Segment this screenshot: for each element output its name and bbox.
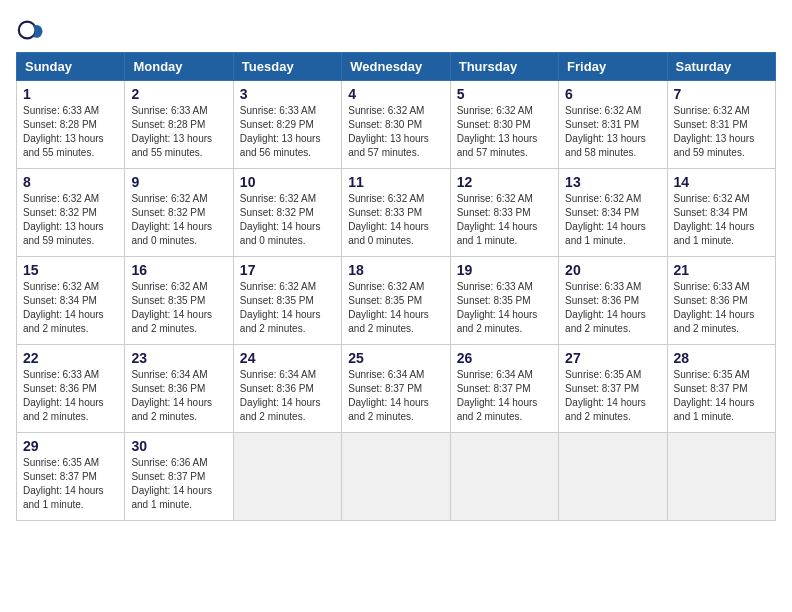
day-number-27: 27 xyxy=(565,350,660,366)
empty-cell-w5-d3 xyxy=(233,433,341,521)
day-cell-9: 9 Sunrise: 6:32 AM Sunset: 8:32 PM Dayli… xyxy=(125,169,233,257)
week-row-4: 22 Sunrise: 6:33 AM Sunset: 8:36 PM Dayl… xyxy=(17,345,776,433)
day-info-8: Sunrise: 6:32 AM Sunset: 8:32 PM Dayligh… xyxy=(23,192,118,248)
svg-point-0 xyxy=(19,22,36,39)
day-number-3: 3 xyxy=(240,86,335,102)
day-number-23: 23 xyxy=(131,350,226,366)
day-info-18: Sunrise: 6:32 AM Sunset: 8:35 PM Dayligh… xyxy=(348,280,443,336)
logo-icon xyxy=(16,16,44,44)
empty-cell-w5-d6 xyxy=(559,433,667,521)
day-number-9: 9 xyxy=(131,174,226,190)
day-number-19: 19 xyxy=(457,262,552,278)
day-info-10: Sunrise: 6:32 AM Sunset: 8:32 PM Dayligh… xyxy=(240,192,335,248)
day-cell-12: 12 Sunrise: 6:32 AM Sunset: 8:33 PM Dayl… xyxy=(450,169,558,257)
day-info-2: Sunrise: 6:33 AM Sunset: 8:28 PM Dayligh… xyxy=(131,104,226,160)
day-number-30: 30 xyxy=(131,438,226,454)
day-info-13: Sunrise: 6:32 AM Sunset: 8:34 PM Dayligh… xyxy=(565,192,660,248)
day-number-2: 2 xyxy=(131,86,226,102)
day-number-4: 4 xyxy=(348,86,443,102)
header-saturday: Saturday xyxy=(667,53,775,81)
day-cell-18: 18 Sunrise: 6:32 AM Sunset: 8:35 PM Dayl… xyxy=(342,257,450,345)
day-cell-13: 13 Sunrise: 6:32 AM Sunset: 8:34 PM Dayl… xyxy=(559,169,667,257)
calendar-table: SundayMondayTuesdayWednesdayThursdayFrid… xyxy=(16,52,776,521)
day-cell-5: 5 Sunrise: 6:32 AM Sunset: 8:30 PM Dayli… xyxy=(450,81,558,169)
day-cell-19: 19 Sunrise: 6:33 AM Sunset: 8:35 PM Dayl… xyxy=(450,257,558,345)
week-row-2: 8 Sunrise: 6:32 AM Sunset: 8:32 PM Dayli… xyxy=(17,169,776,257)
day-info-20: Sunrise: 6:33 AM Sunset: 8:36 PM Dayligh… xyxy=(565,280,660,336)
day-number-24: 24 xyxy=(240,350,335,366)
day-cell-21: 21 Sunrise: 6:33 AM Sunset: 8:36 PM Dayl… xyxy=(667,257,775,345)
page-header xyxy=(16,16,776,44)
day-number-6: 6 xyxy=(565,86,660,102)
calendar-header-row: SundayMondayTuesdayWednesdayThursdayFrid… xyxy=(17,53,776,81)
day-info-5: Sunrise: 6:32 AM Sunset: 8:30 PM Dayligh… xyxy=(457,104,552,160)
header-wednesday: Wednesday xyxy=(342,53,450,81)
day-cell-6: 6 Sunrise: 6:32 AM Sunset: 8:31 PM Dayli… xyxy=(559,81,667,169)
day-number-10: 10 xyxy=(240,174,335,190)
day-cell-30: 30 Sunrise: 6:36 AM Sunset: 8:37 PM Dayl… xyxy=(125,433,233,521)
day-number-14: 14 xyxy=(674,174,769,190)
logo xyxy=(16,16,48,44)
day-cell-7: 7 Sunrise: 6:32 AM Sunset: 8:31 PM Dayli… xyxy=(667,81,775,169)
header-monday: Monday xyxy=(125,53,233,81)
day-number-29: 29 xyxy=(23,438,118,454)
day-number-1: 1 xyxy=(23,86,118,102)
day-cell-17: 17 Sunrise: 6:32 AM Sunset: 8:35 PM Dayl… xyxy=(233,257,341,345)
day-cell-25: 25 Sunrise: 6:34 AM Sunset: 8:37 PM Dayl… xyxy=(342,345,450,433)
header-tuesday: Tuesday xyxy=(233,53,341,81)
day-cell-8: 8 Sunrise: 6:32 AM Sunset: 8:32 PM Dayli… xyxy=(17,169,125,257)
day-number-16: 16 xyxy=(131,262,226,278)
day-info-28: Sunrise: 6:35 AM Sunset: 8:37 PM Dayligh… xyxy=(674,368,769,424)
day-cell-26: 26 Sunrise: 6:34 AM Sunset: 8:37 PM Dayl… xyxy=(450,345,558,433)
day-cell-2: 2 Sunrise: 6:33 AM Sunset: 8:28 PM Dayli… xyxy=(125,81,233,169)
day-info-4: Sunrise: 6:32 AM Sunset: 8:30 PM Dayligh… xyxy=(348,104,443,160)
day-info-23: Sunrise: 6:34 AM Sunset: 8:36 PM Dayligh… xyxy=(131,368,226,424)
day-info-24: Sunrise: 6:34 AM Sunset: 8:36 PM Dayligh… xyxy=(240,368,335,424)
day-cell-1: 1 Sunrise: 6:33 AM Sunset: 8:28 PM Dayli… xyxy=(17,81,125,169)
day-number-5: 5 xyxy=(457,86,552,102)
day-cell-29: 29 Sunrise: 6:35 AM Sunset: 8:37 PM Dayl… xyxy=(17,433,125,521)
day-number-13: 13 xyxy=(565,174,660,190)
day-info-7: Sunrise: 6:32 AM Sunset: 8:31 PM Dayligh… xyxy=(674,104,769,160)
day-info-17: Sunrise: 6:32 AM Sunset: 8:35 PM Dayligh… xyxy=(240,280,335,336)
day-number-28: 28 xyxy=(674,350,769,366)
day-info-19: Sunrise: 6:33 AM Sunset: 8:35 PM Dayligh… xyxy=(457,280,552,336)
day-info-16: Sunrise: 6:32 AM Sunset: 8:35 PM Dayligh… xyxy=(131,280,226,336)
day-info-9: Sunrise: 6:32 AM Sunset: 8:32 PM Dayligh… xyxy=(131,192,226,248)
header-sunday: Sunday xyxy=(17,53,125,81)
day-cell-20: 20 Sunrise: 6:33 AM Sunset: 8:36 PM Dayl… xyxy=(559,257,667,345)
day-number-7: 7 xyxy=(674,86,769,102)
day-cell-14: 14 Sunrise: 6:32 AM Sunset: 8:34 PM Dayl… xyxy=(667,169,775,257)
day-number-20: 20 xyxy=(565,262,660,278)
empty-cell-w5-d5 xyxy=(450,433,558,521)
day-info-1: Sunrise: 6:33 AM Sunset: 8:28 PM Dayligh… xyxy=(23,104,118,160)
day-cell-15: 15 Sunrise: 6:32 AM Sunset: 8:34 PM Dayl… xyxy=(17,257,125,345)
day-cell-22: 22 Sunrise: 6:33 AM Sunset: 8:36 PM Dayl… xyxy=(17,345,125,433)
day-number-11: 11 xyxy=(348,174,443,190)
day-cell-3: 3 Sunrise: 6:33 AM Sunset: 8:29 PM Dayli… xyxy=(233,81,341,169)
day-info-12: Sunrise: 6:32 AM Sunset: 8:33 PM Dayligh… xyxy=(457,192,552,248)
day-number-25: 25 xyxy=(348,350,443,366)
header-friday: Friday xyxy=(559,53,667,81)
day-number-22: 22 xyxy=(23,350,118,366)
day-info-22: Sunrise: 6:33 AM Sunset: 8:36 PM Dayligh… xyxy=(23,368,118,424)
day-info-15: Sunrise: 6:32 AM Sunset: 8:34 PM Dayligh… xyxy=(23,280,118,336)
day-info-14: Sunrise: 6:32 AM Sunset: 8:34 PM Dayligh… xyxy=(674,192,769,248)
empty-cell-w5-d7 xyxy=(667,433,775,521)
day-info-25: Sunrise: 6:34 AM Sunset: 8:37 PM Dayligh… xyxy=(348,368,443,424)
day-info-26: Sunrise: 6:34 AM Sunset: 8:37 PM Dayligh… xyxy=(457,368,552,424)
day-cell-10: 10 Sunrise: 6:32 AM Sunset: 8:32 PM Dayl… xyxy=(233,169,341,257)
day-cell-24: 24 Sunrise: 6:34 AM Sunset: 8:36 PM Dayl… xyxy=(233,345,341,433)
day-cell-28: 28 Sunrise: 6:35 AM Sunset: 8:37 PM Dayl… xyxy=(667,345,775,433)
day-info-21: Sunrise: 6:33 AM Sunset: 8:36 PM Dayligh… xyxy=(674,280,769,336)
day-number-21: 21 xyxy=(674,262,769,278)
day-number-18: 18 xyxy=(348,262,443,278)
day-number-26: 26 xyxy=(457,350,552,366)
header-thursday: Thursday xyxy=(450,53,558,81)
day-number-8: 8 xyxy=(23,174,118,190)
day-info-3: Sunrise: 6:33 AM Sunset: 8:29 PM Dayligh… xyxy=(240,104,335,160)
day-cell-23: 23 Sunrise: 6:34 AM Sunset: 8:36 PM Dayl… xyxy=(125,345,233,433)
day-cell-16: 16 Sunrise: 6:32 AM Sunset: 8:35 PM Dayl… xyxy=(125,257,233,345)
week-row-5: 29 Sunrise: 6:35 AM Sunset: 8:37 PM Dayl… xyxy=(17,433,776,521)
day-number-12: 12 xyxy=(457,174,552,190)
